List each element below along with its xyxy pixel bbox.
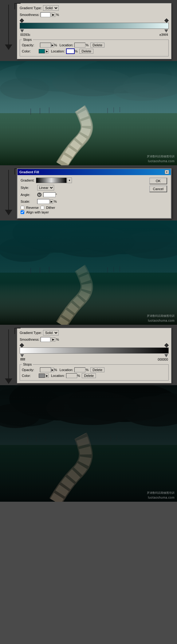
svg-rect-45 (0, 385, 177, 502)
right-hex-label-2: 000000 (158, 358, 168, 361)
scale-arrow[interactable]: ▶ (50, 199, 53, 204)
svg-rect-29 (0, 220, 177, 325)
scale-percent: % (54, 200, 57, 203)
gradient-type-select[interactable]: Solid (43, 5, 59, 11)
smoothness-label: Smoothness: (20, 13, 39, 17)
dialog-title: Gradient Fill (19, 170, 39, 174)
align-label: Align with layer (26, 210, 49, 214)
watermark-url-2: luotaoshuma.com (148, 319, 175, 322)
dialog-titlebar: Gradient Fill × (18, 169, 171, 175)
angle-label: Angle: (21, 193, 36, 197)
location-input-1[interactable] (74, 43, 85, 48)
location-label-3: Location: (60, 368, 73, 372)
style-label: Style: (21, 186, 36, 190)
color-arrow-2[interactable]: ▶ (45, 374, 49, 378)
reverse-checkbox[interactable] (21, 206, 24, 209)
delete-btn-3[interactable]: Delete (90, 367, 104, 372)
location-input-4[interactable] (66, 373, 77, 378)
watermark-url-3: luotaoshuma.com (148, 496, 175, 499)
smoothness-arrow-btn[interactable]: ▶ (51, 13, 55, 17)
left-hex-label: 00393c (20, 33, 30, 36)
color-swatch-2[interactable] (39, 374, 45, 378)
opacity-label-2: Opacity: (22, 368, 39, 372)
gradient-bar-teal[interactable] (20, 23, 169, 29)
opacity-percent: % (54, 43, 57, 47)
delete-btn-1[interactable]: Delete (90, 43, 104, 48)
location-label-2: Location: (51, 49, 65, 53)
scale-input[interactable]: 100 (37, 199, 49, 204)
gradient-type-label-2: Gradient Type: (20, 331, 42, 335)
photo-panel-3: 罗涛数码后期修图培训 luotaoshuma.com (0, 385, 177, 502)
gradient-bar-bw[interactable] (20, 347, 169, 354)
location-label-4: Location: (51, 374, 65, 378)
cancel-button[interactable]: Cancel (149, 186, 167, 192)
gradient-type-select-2[interactable]: Solid (43, 330, 59, 335)
right-hex-label: e3f4f4 (159, 33, 168, 36)
opacity-input-2[interactable] (40, 367, 51, 372)
color-label: Color: (22, 49, 39, 53)
location-percent-4: % (77, 374, 80, 378)
angle-icon (37, 193, 41, 197)
location-percent-1: % (85, 43, 88, 47)
location-percent-3: % (85, 368, 88, 372)
smoothness-label-2: Smoothness: (20, 338, 39, 341)
style-select[interactable]: Linear (37, 185, 54, 190)
location-label-1: Location: (60, 43, 73, 47)
opacity-arrow[interactable]: ▶ (51, 43, 54, 47)
gradient-dropdown-btn[interactable]: ▼ (67, 178, 72, 183)
ok-button[interactable]: OK (149, 178, 167, 184)
smoothness-input[interactable]: 100 (41, 12, 50, 17)
gradient-label: Gradient: (21, 178, 36, 182)
angle-input[interactable]: 90 (43, 192, 56, 197)
delete-btn-2[interactable]: Delete (79, 49, 93, 54)
photo-panel-1: 罗涛数码后期修图培训 luotaoshuma.com (0, 61, 177, 165)
dither-checkbox[interactable] (41, 206, 44, 209)
color-swatch[interactable] (39, 49, 45, 53)
opacity-label: Opacity: (22, 43, 39, 47)
photo-panel-2: 罗涛数码后期修图培训 luotaoshuma.com (0, 220, 177, 325)
svg-point-19 (38, 194, 41, 196)
watermark-cn: 罗涛数码后期修图培训 (147, 155, 175, 159)
smoothness-input-2[interactable]: 100 (41, 337, 50, 342)
smoothness-percent: % (56, 13, 59, 17)
opacity-arrow-2[interactable]: ▶ (51, 368, 54, 372)
smoothness-percent-2: % (56, 338, 59, 341)
delete-btn-4[interactable]: Delete (82, 373, 96, 378)
stops-legend: Stops (22, 38, 33, 41)
align-checkbox[interactable] (21, 210, 24, 214)
watermark-url-1: luotaoshuma.com (148, 159, 175, 163)
gradient-preview[interactable] (36, 178, 67, 183)
left-hex-label-2: ffffff (20, 358, 25, 361)
watermark-cn-2: 罗涛数码后期修图培训 (147, 314, 175, 318)
smoothness-arrow-btn-2[interactable]: ▶ (51, 337, 55, 342)
color-label-2: Color: (22, 374, 39, 378)
location-input-3[interactable] (74, 367, 85, 372)
watermark-cn-3: 罗涛数码后期修图培训 (147, 491, 175, 495)
opacity-percent-2: % (54, 368, 57, 372)
location-percent-2: % (75, 49, 78, 53)
opacity-input[interactable] (40, 43, 51, 48)
degree-symbol: ° (56, 193, 57, 197)
reverse-label: Reverse (26, 206, 39, 209)
svg-rect-12 (0, 61, 177, 165)
gradient-type-label: Gradient Type: (20, 6, 42, 10)
scale-label: Scale: (21, 200, 36, 203)
dialog-close-btn[interactable]: × (165, 170, 169, 174)
dither-label: Dither (46, 206, 55, 209)
stops-legend-2: Stops (22, 362, 33, 366)
location-input-2[interactable]: 0 (66, 48, 75, 54)
color-arrow[interactable]: ▶ (45, 49, 49, 53)
